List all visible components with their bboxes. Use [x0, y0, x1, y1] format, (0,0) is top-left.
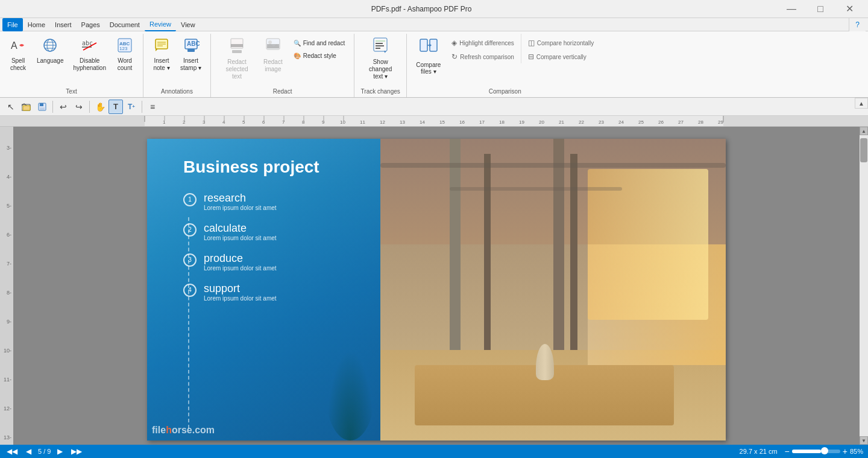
svg-text:19: 19: [519, 119, 524, 125]
save-button[interactable]: [35, 100, 49, 114]
svg-text:23: 23: [599, 119, 604, 125]
menu-review[interactable]: Review: [145, 18, 176, 31]
open-button[interactable]: [19, 100, 34, 114]
svg-rect-21: [231, 44, 243, 47]
toolbar-separator-3: [142, 101, 142, 113]
menu-file[interactable]: File: [2, 18, 23, 31]
undo-button[interactable]: ↩: [56, 100, 71, 114]
highlight-differences-button[interactable]: ◈ Highlight differences: [447, 36, 518, 49]
help-button[interactable]: ?: [849, 18, 866, 31]
office-background: [380, 139, 726, 441]
text-tool-button[interactable]: T: [108, 100, 123, 114]
svg-text:21: 21: [559, 119, 564, 125]
menu-view[interactable]: View: [176, 18, 200, 31]
right-scrollbar: ▲ ▼: [860, 127, 868, 445]
svg-text:29: 29: [718, 119, 723, 125]
main-area: 3- 4- 5- 6- 7- 8- 9- 10- 11- 12- 13- 14-…: [0, 127, 868, 445]
insert-note-label: Insertnote ▾: [153, 57, 169, 72]
pdf-item-3-body: Lorem ipsum dolor sit amet: [204, 265, 277, 272]
language-button[interactable]: Language: [33, 34, 68, 68]
compare-horizontally-button[interactable]: ◫ Compare horizontally: [524, 36, 599, 49]
cursor-tool-button[interactable]: ↖: [4, 100, 18, 114]
ribbon-collapse-button[interactable]: ▲: [855, 98, 868, 109]
compare-files-button[interactable]: Comparefiles ▾: [412, 34, 445, 78]
track-changes-group-label: Track changes: [359, 86, 401, 97]
redact-style-button[interactable]: 🎨 Redact style: [289, 50, 350, 62]
svg-rect-39: [40, 103, 43, 106]
svg-text:10: 10: [340, 119, 345, 125]
redact-image-label: Redactimage: [263, 59, 283, 73]
pdf-item-1-circle: 1: [183, 193, 197, 206]
svg-text:A: A: [11, 40, 17, 51]
nav-first-button[interactable]: ◀◀: [5, 447, 19, 456]
svg-text:13: 13: [400, 119, 405, 125]
close-button[interactable]: ✕: [835, 1, 863, 17]
refresh-comparison-icon: ↻: [451, 52, 458, 61]
pdf-item-2-heading: calculate: [204, 222, 277, 235]
svg-text:22: 22: [579, 119, 584, 125]
redact-image-button[interactable]: Redactimage: [259, 34, 287, 83]
status-right: 29.7 x 21 cm − + 85%: [740, 447, 863, 456]
nav-next-button[interactable]: ▶: [55, 447, 64, 456]
menu-bar: File Home Insert Pages Document Review V…: [0, 18, 868, 31]
pdf-right-panel: [380, 139, 726, 441]
zoom-in-button[interactable]: +: [843, 447, 848, 456]
refresh-comparison-label: Refresh comparison: [460, 54, 514, 60]
page-size: 29.7 x 21 cm: [740, 448, 778, 455]
find-and-redact-button[interactable]: 🔍 Find and redact: [289, 37, 350, 49]
show-changed-text-button[interactable]: ▾ Showchanged text ▾: [359, 34, 401, 83]
disable-hyphenation-icon: abc: [81, 37, 98, 56]
spell-check-button[interactable]: A Spellcheck: [5, 34, 31, 75]
nav-last-button[interactable]: ▶▶: [69, 447, 84, 456]
svg-rect-25: [267, 44, 279, 48]
scroll-thumb[interactable]: [860, 138, 867, 162]
compare-vertically-button[interactable]: ⊟ Compare vertically: [524, 50, 599, 63]
find-and-redact-icon: 🔍: [294, 40, 301, 46]
ribbon-group-text: A Spellcheck Language abc Disablehyphe­n…: [5, 34, 143, 97]
ribbon-group-redact: Redactselected text Redactimage 🔍 Find a…: [211, 34, 354, 97]
refresh-comparison-button[interactable]: ↻ Refresh comparison: [447, 50, 518, 63]
maximize-button[interactable]: □: [807, 1, 834, 17]
redo-button[interactable]: ↪: [72, 100, 86, 114]
toolbar-separator-1: [52, 101, 53, 113]
language-label: Language: [37, 57, 64, 65]
ribbon: A Spellcheck Language abc Disablehyphe­n…: [0, 31, 868, 98]
pdf-item-3-heading: produce: [204, 252, 277, 265]
hand-tool-button[interactable]: ✋: [93, 100, 107, 114]
zoom-slider-thumb[interactable]: [821, 447, 828, 454]
add-text-button[interactable]: T+: [124, 100, 139, 114]
svg-text:20: 20: [539, 119, 544, 125]
scroll-down-button[interactable]: ▼: [860, 436, 868, 445]
svg-text:ABC: ABC: [187, 40, 200, 47]
watermark: filehorse.com: [152, 425, 215, 436]
insert-note-button[interactable]: Insertnote ▾: [148, 34, 175, 75]
page-info: 5 / 9: [38, 448, 51, 455]
scroll-up-button[interactable]: ▲: [860, 127, 868, 135]
svg-rect-42: [145, 116, 723, 127]
insert-stamp-button[interactable]: ABC Insertstamp ▾: [176, 34, 206, 75]
svg-text:8: 8: [302, 119, 305, 125]
redact-selected-text-button[interactable]: Redactselected text: [216, 34, 258, 83]
zoom-out-button[interactable]: −: [785, 447, 790, 456]
compare-horizontally-label: Compare horizontally: [537, 40, 594, 46]
word-count-button[interactable]: ABC123 Wordcount: [112, 34, 138, 75]
find-and-redact-label: Find and redact: [303, 40, 345, 46]
window-title: PDFs.pdf - Ashampoo PDF Pro: [65, 5, 778, 13]
nav-prev-button[interactable]: ◀: [24, 447, 33, 456]
svg-text:25: 25: [638, 119, 644, 125]
margin-numbers: 3- 4- 5- 6- 7- 8- 9- 10- 11- 12- 13- 14-…: [0, 127, 13, 445]
menu-insert[interactable]: Insert: [50, 18, 77, 31]
insert-stamp-label: Insertstamp ▾: [180, 57, 201, 72]
status-bar: ◀◀ ◀ 5 / 9 ▶ ▶▶ 29.7 x 21 cm − + 85%: [0, 445, 868, 458]
more-options-button[interactable]: ≡: [145, 100, 160, 114]
svg-marker-16: [156, 49, 158, 51]
menu-home[interactable]: Home: [23, 18, 50, 31]
highlight-differences-label: Highlight differences: [459, 40, 514, 46]
menu-document[interactable]: Document: [105, 18, 145, 31]
menu-pages[interactable]: Pages: [77, 18, 105, 31]
disable-hyphenation-button[interactable]: abc Disablehyphe­nation: [69, 34, 111, 75]
minimize-button[interactable]: —: [778, 1, 805, 17]
pdf-item-4-body: Lorem ipsum dolor sit amet: [204, 295, 277, 302]
scroll-track[interactable]: [860, 135, 868, 436]
comparison-group-label: Comparison: [412, 86, 598, 97]
